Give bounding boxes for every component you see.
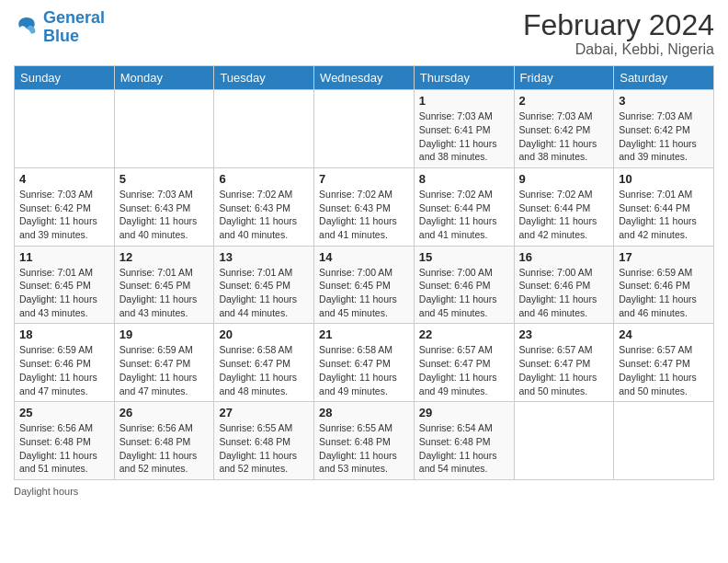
column-header-sunday: Sunday — [15, 66, 115, 90]
day-number: 15 — [419, 250, 509, 264]
calendar-cell: 7Sunrise: 7:02 AMSunset: 6:43 PMDaylight… — [314, 167, 415, 246]
day-info: Sunrise: 7:03 AMSunset: 6:43 PMDaylight:… — [119, 188, 210, 242]
column-header-tuesday: Tuesday — [214, 66, 314, 90]
calendar-cell: 10Sunrise: 7:01 AMSunset: 6:44 PMDayligh… — [614, 167, 714, 246]
day-number: 25 — [19, 406, 109, 419]
day-info: Sunrise: 7:01 AMSunset: 6:45 PMDaylight:… — [19, 266, 109, 320]
calendar-cell: 23Sunrise: 6:57 AMSunset: 6:47 PMDayligh… — [514, 324, 614, 402]
calendar-cell: 18Sunrise: 6:59 AMSunset: 6:46 PMDayligh… — [15, 324, 115, 402]
day-info: Sunrise: 6:59 AMSunset: 6:47 PMDaylight:… — [119, 343, 210, 397]
column-header-monday: Monday — [114, 66, 214, 90]
calendar-week-row: 1Sunrise: 7:03 AMSunset: 6:41 PMDaylight… — [15, 90, 714, 168]
day-info: Sunrise: 7:02 AMSunset: 6:44 PMDaylight:… — [519, 188, 609, 242]
day-number: 21 — [319, 327, 409, 341]
day-info: Sunrise: 6:59 AMSunset: 6:46 PMDaylight:… — [619, 266, 709, 320]
day-number: 20 — [219, 327, 309, 341]
day-info: Sunrise: 6:57 AMSunset: 6:47 PMDaylight:… — [419, 343, 509, 397]
day-info: Sunrise: 6:59 AMSunset: 6:46 PMDaylight:… — [19, 343, 109, 397]
day-info: Sunrise: 7:02 AMSunset: 6:43 PMDaylight:… — [219, 188, 309, 242]
calendar-cell: 26Sunrise: 6:56 AMSunset: 6:48 PMDayligh… — [114, 402, 214, 480]
calendar-cell: 29Sunrise: 6:54 AMSunset: 6:48 PMDayligh… — [414, 402, 514, 480]
day-info: Sunrise: 6:58 AMSunset: 6:47 PMDaylight:… — [319, 343, 409, 397]
calendar-cell — [614, 402, 714, 480]
day-number: 8 — [419, 172, 509, 186]
column-header-saturday: Saturday — [614, 66, 714, 90]
day-info: Sunrise: 7:03 AMSunset: 6:42 PMDaylight:… — [619, 109, 709, 164]
day-info: Sunrise: 7:02 AMSunset: 6:43 PMDaylight:… — [319, 188, 409, 242]
day-number: 11 — [19, 250, 109, 264]
day-info: Sunrise: 7:03 AMSunset: 6:42 PMDaylight:… — [19, 188, 109, 242]
calendar-cell: 8Sunrise: 7:02 AMSunset: 6:44 PMDaylight… — [414, 167, 514, 246]
calendar-cell — [514, 402, 614, 480]
day-info: Sunrise: 7:03 AMSunset: 6:41 PMDaylight:… — [419, 109, 509, 164]
calendar-cell: 3Sunrise: 7:03 AMSunset: 6:42 PMDaylight… — [614, 90, 714, 168]
day-number: 28 — [319, 406, 409, 419]
day-number: 12 — [119, 250, 210, 264]
day-number: 3 — [619, 94, 709, 108]
logo-bird-icon — [14, 15, 40, 40]
calendar-cell: 21Sunrise: 6:58 AMSunset: 6:47 PMDayligh… — [314, 324, 415, 402]
day-number: 14 — [319, 250, 409, 264]
calendar-cell: 17Sunrise: 6:59 AMSunset: 6:46 PMDayligh… — [614, 246, 714, 324]
day-info: Sunrise: 7:00 AMSunset: 6:46 PMDaylight:… — [519, 266, 609, 320]
calendar-week-row: 11Sunrise: 7:01 AMSunset: 6:45 PMDayligh… — [15, 246, 714, 324]
day-number: 9 — [519, 172, 609, 186]
title-area: February 2024 Dabai, Kebbi, Nigeria — [523, 9, 714, 58]
day-info: Sunrise: 7:03 AMSunset: 6:42 PMDaylight:… — [519, 109, 609, 164]
day-info: Sunrise: 7:00 AMSunset: 6:45 PMDaylight:… — [319, 266, 409, 320]
month-title: February 2024 — [523, 9, 714, 41]
calendar-cell: 13Sunrise: 7:01 AMSunset: 6:45 PMDayligh… — [214, 246, 314, 324]
day-info: Sunrise: 7:01 AMSunset: 6:45 PMDaylight:… — [219, 266, 309, 320]
day-info: Sunrise: 7:01 AMSunset: 6:45 PMDaylight:… — [119, 266, 210, 320]
day-number: 13 — [219, 250, 309, 264]
calendar-cell — [314, 90, 415, 168]
day-info: Sunrise: 6:54 AMSunset: 6:48 PMDaylight:… — [419, 421, 509, 476]
day-info: Sunrise: 7:00 AMSunset: 6:46 PMDaylight:… — [419, 266, 509, 320]
day-info: Sunrise: 7:01 AMSunset: 6:44 PMDaylight:… — [619, 188, 709, 242]
calendar-cell: 22Sunrise: 6:57 AMSunset: 6:47 PMDayligh… — [414, 324, 514, 402]
calendar-cell: 15Sunrise: 7:00 AMSunset: 6:46 PMDayligh… — [414, 246, 514, 324]
column-header-thursday: Thursday — [414, 66, 514, 90]
column-header-friday: Friday — [514, 66, 614, 90]
day-number: 6 — [219, 172, 309, 186]
calendar-cell — [15, 90, 115, 168]
day-number: 23 — [519, 327, 609, 341]
day-number: 16 — [519, 250, 609, 264]
daylight-label: Daylight hours — [14, 486, 78, 497]
calendar-cell: 5Sunrise: 7:03 AMSunset: 6:43 PMDaylight… — [114, 167, 214, 246]
calendar-week-row: 4Sunrise: 7:03 AMSunset: 6:42 PMDaylight… — [15, 167, 714, 246]
calendar-cell — [214, 90, 314, 168]
calendar-cell: 9Sunrise: 7:02 AMSunset: 6:44 PMDaylight… — [514, 167, 614, 246]
day-number: 26 — [119, 406, 210, 419]
calendar-week-row: 25Sunrise: 6:56 AMSunset: 6:48 PMDayligh… — [15, 402, 714, 480]
calendar-cell: 4Sunrise: 7:03 AMSunset: 6:42 PMDaylight… — [15, 167, 115, 246]
calendar-cell: 1Sunrise: 7:03 AMSunset: 6:41 PMDaylight… — [414, 90, 514, 168]
calendar-cell — [114, 90, 214, 168]
day-info: Sunrise: 6:58 AMSunset: 6:47 PMDaylight:… — [219, 343, 309, 397]
day-info: Sunrise: 6:57 AMSunset: 6:47 PMDaylight:… — [619, 343, 709, 397]
page: General Blue February 2024 Dabai, Kebbi,… — [0, 0, 728, 563]
calendar-cell: 12Sunrise: 7:01 AMSunset: 6:45 PMDayligh… — [114, 246, 214, 324]
day-number: 29 — [419, 406, 509, 419]
day-info: Sunrise: 6:56 AMSunset: 6:48 PMDaylight:… — [119, 421, 210, 476]
calendar-cell: 19Sunrise: 6:59 AMSunset: 6:47 PMDayligh… — [114, 324, 214, 402]
day-info: Sunrise: 6:55 AMSunset: 6:48 PMDaylight:… — [219, 421, 309, 476]
calendar-cell: 14Sunrise: 7:00 AMSunset: 6:45 PMDayligh… — [314, 246, 415, 324]
day-number: 19 — [119, 327, 210, 341]
day-number: 2 — [519, 94, 609, 108]
calendar-cell: 6Sunrise: 7:02 AMSunset: 6:43 PMDaylight… — [214, 167, 314, 246]
calendar-cell: 27Sunrise: 6:55 AMSunset: 6:48 PMDayligh… — [214, 402, 314, 480]
logo-text: General Blue — [43, 9, 105, 46]
day-number: 4 — [19, 172, 109, 186]
calendar-cell: 20Sunrise: 6:58 AMSunset: 6:47 PMDayligh… — [214, 324, 314, 402]
day-number: 18 — [19, 327, 109, 341]
day-number: 5 — [119, 172, 210, 186]
calendar-cell: 11Sunrise: 7:01 AMSunset: 6:45 PMDayligh… — [15, 246, 115, 324]
day-info: Sunrise: 7:02 AMSunset: 6:44 PMDaylight:… — [419, 188, 509, 242]
location: Dabai, Kebbi, Nigeria — [523, 41, 714, 58]
day-number: 7 — [319, 172, 409, 186]
day-number: 27 — [219, 406, 309, 419]
calendar-cell: 28Sunrise: 6:55 AMSunset: 6:48 PMDayligh… — [314, 402, 415, 480]
day-number: 24 — [619, 327, 709, 341]
day-info: Sunrise: 6:57 AMSunset: 6:47 PMDaylight:… — [519, 343, 609, 397]
